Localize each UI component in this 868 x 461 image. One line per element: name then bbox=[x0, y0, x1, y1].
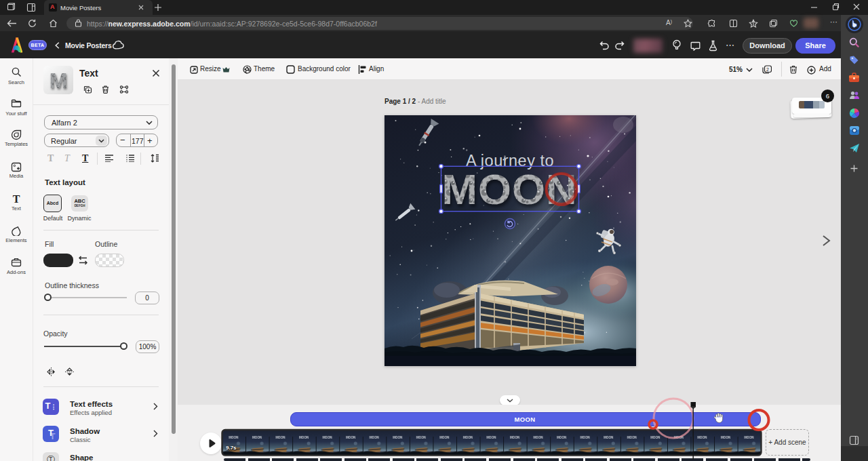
svg-text:MOON: MOON bbox=[442, 165, 577, 213]
svg-text:2: 2 bbox=[766, 67, 769, 72]
svg-text:M: M bbox=[50, 68, 68, 93]
